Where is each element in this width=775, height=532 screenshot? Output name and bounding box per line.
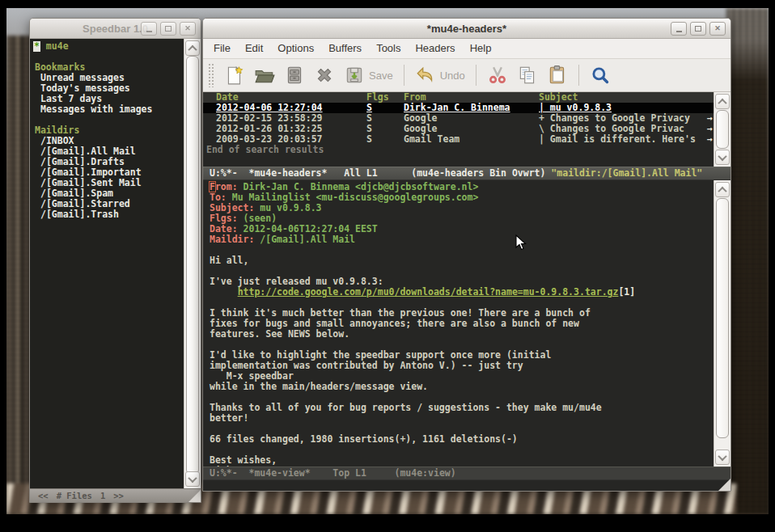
message-view-text: From: Dirk-Jan C. Binnema <djcb@djcbsoft… [203, 180, 714, 467]
scroll-down-button[interactable] [715, 450, 730, 465]
body-line: better! [210, 413, 714, 424]
close-button[interactable]: ✕ [709, 22, 726, 36]
mouse-cursor [515, 234, 527, 251]
headers-rows: 2012-04-06 12:27:04SDirk-Jan C. Binnema|… [203, 103, 714, 145]
scroll-up-button[interactable] [715, 182, 730, 197]
body-line: Thanks to all of you for bug reports / s… [210, 403, 714, 413]
modeline-modes: (mu4e-headers Bin Ovwrt) [411, 168, 551, 179]
speedbar-item[interactable]: Messages with images [35, 104, 184, 115]
resize-grip[interactable] [718, 479, 731, 491]
speedbar-root-label: mu4e [40, 40, 69, 52]
echo-area[interactable] [203, 480, 731, 491]
maximize-icon [695, 26, 701, 32]
headers-pane: Date Flgs From Subject 2012-04-06 12:27:… [203, 92, 731, 167]
field-label: Flgs: [210, 213, 238, 224]
undo-label: Undo [440, 70, 465, 82]
speedbar-scrollbar[interactable] [184, 39, 201, 488]
modeline-modes: (mu4e:view) [395, 468, 456, 479]
close-icon: ✕ [714, 25, 721, 32]
message-field: Subject: mu v0.9.8.3 [210, 203, 714, 213]
close-buffer-icon[interactable] [314, 65, 335, 86]
body-line [210, 245, 714, 255]
new-file-icon[interactable] [224, 65, 245, 86]
header-flags: S [366, 134, 404, 145]
speedbar-titlebar[interactable]: Speedbar 1.0 ✕ [30, 19, 201, 39]
speedbar-files-count: 1 [100, 491, 105, 500]
message-link[interactable]: http://code.google.com/p/mu0/downloads/d… [238, 286, 619, 298]
toolbar-drag-handle[interactable] [208, 63, 214, 87]
field-label: Date: [210, 223, 238, 234]
message-view-pane: From: Dirk-Jan C. Binnema <djcb@djcbsoft… [203, 180, 731, 467]
minimize-icon [146, 31, 152, 32]
file-cabinet-icon[interactable] [284, 65, 305, 86]
field-value: 2012-04-06T12:27:04 EEST [238, 223, 378, 234]
scroll-down-button[interactable] [715, 150, 730, 165]
menu-item-edit[interactable]: Edit [238, 39, 270, 58]
scrollbar-thumb[interactable] [716, 110, 729, 149]
field-label: Subject: [210, 202, 254, 213]
view-scrollbar[interactable] [714, 180, 731, 467]
message-headers: From: Dirk-Jan C. Binnema <djcb@djcbsoft… [210, 182, 714, 245]
headers-text: Date Flgs From Subject 2012-04-06 12:27:… [203, 92, 714, 167]
body-line: while in the main/headers/message view. [210, 382, 714, 392]
body-line: http://code.google.com/p/mu0/downloads/d… [210, 287, 714, 298]
open-folder-icon[interactable] [254, 65, 275, 86]
scrollbar-thumb[interactable] [186, 56, 199, 475]
search-icon[interactable] [590, 65, 611, 86]
resize-grip[interactable] [188, 490, 201, 502]
modeline-flags: U:%*- [210, 168, 248, 179]
speedbar-back-button[interactable]: << [38, 491, 49, 500]
minimize-button[interactable] [671, 22, 687, 36]
modeline-buffer-name: *mu4e-headers* [248, 168, 327, 179]
copy-icon[interactable] [517, 65, 538, 86]
scroll-down-button[interactable] [185, 471, 200, 487]
body-line: features. See NEWS below. [210, 329, 714, 340]
cut-icon[interactable] [487, 65, 508, 86]
menu-item-file[interactable]: File [206, 39, 238, 58]
toolbar: Save Undo [203, 59, 731, 92]
menu-bar: FileEditOptionsBuffersToolsHeadersHelp [203, 39, 731, 59]
paste-icon[interactable] [547, 65, 568, 86]
close-button[interactable]: ✕ [180, 22, 196, 36]
modeline-buffer-name: *mu4e-view* [248, 468, 310, 479]
modeline-position: All L1 [327, 168, 411, 179]
toolbar-separator [476, 65, 476, 86]
chevron-up-icon [188, 44, 197, 53]
end-of-results: End of search results [203, 145, 714, 155]
scroll-up-button[interactable] [715, 94, 730, 109]
window-titlebar[interactable]: *mu4e-headers* ✕ [203, 19, 731, 39]
headers-scrollbar[interactable] [714, 92, 731, 167]
speedbar-forward-button[interactable]: >> [113, 491, 124, 500]
body-line: Best wishes, [210, 455, 714, 466]
toolbar-separator [404, 65, 404, 86]
modeline-position: Top L1 [311, 468, 395, 479]
minimize-button[interactable] [141, 22, 157, 36]
speedbar-files-label: # Files [57, 491, 92, 500]
message-field: Maildir: /[Gmail].All Mail [210, 234, 714, 245]
field-value: mu v0.9.8.3 [254, 202, 321, 213]
save-label: Save [369, 70, 393, 82]
menu-item-tools[interactable]: Tools [369, 39, 408, 58]
window-title: *mu4e-headers* [203, 23, 731, 35]
menu-item-buffers[interactable]: Buffers [321, 39, 369, 58]
truncation-arrow-icon: → [707, 134, 714, 145]
menu-item-help[interactable]: Help [463, 39, 499, 58]
scrollbar-thumb[interactable] [716, 198, 729, 438]
field-label: rom: [215, 181, 238, 192]
maximize-button[interactable] [690, 22, 706, 36]
footnote-ref: [1] [618, 286, 635, 298]
body-line: 66 files changed, 1980 insertions(+), 11… [210, 434, 714, 445]
maximize-button[interactable] [160, 22, 176, 36]
save-icon[interactable] [344, 65, 365, 86]
message-body: Hi all, I've just released mu v0.9.8.3: … [210, 245, 714, 467]
menu-item-options[interactable]: Options [270, 39, 321, 58]
speedbar-item[interactable]: /[Gmail].Trash [35, 209, 184, 220]
speedbar-statusbar: << # Files 1 >> [30, 488, 201, 502]
menu-item-headers[interactable]: Headers [408, 39, 462, 58]
scroll-up-button[interactable] [185, 40, 200, 56]
emacs-window: *mu4e-headers* ✕ FileEditOptionsBuffersT… [202, 18, 731, 492]
chevron-down-icon [718, 151, 726, 160]
speedbar-root-item[interactable]: * mu4e [35, 41, 184, 52]
speedbar-window: Speedbar 1.0 ✕ * mu4e BookmarksUnread me… [29, 18, 201, 503]
undo-icon[interactable] [415, 65, 436, 86]
